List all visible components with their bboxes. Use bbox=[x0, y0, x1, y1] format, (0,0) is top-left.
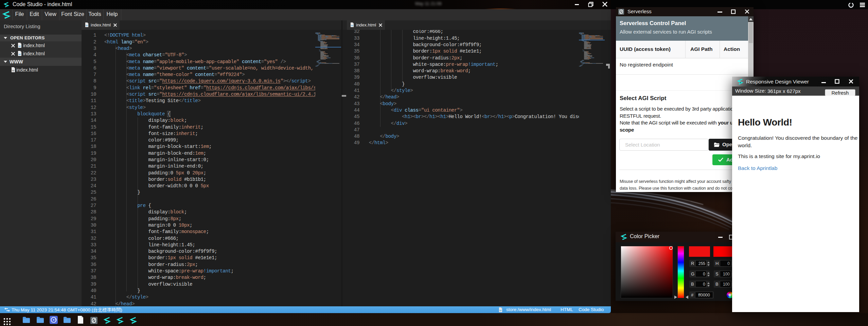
svg-text:ω: ω bbox=[19, 53, 21, 56]
svg-text:ω: ω bbox=[12, 69, 15, 72]
svg-text:ω: ω bbox=[86, 24, 88, 26]
svg-text:ω: ω bbox=[19, 44, 21, 47]
svg-text:ω: ω bbox=[351, 24, 353, 26]
svg-text:ω: ω bbox=[499, 309, 501, 311]
